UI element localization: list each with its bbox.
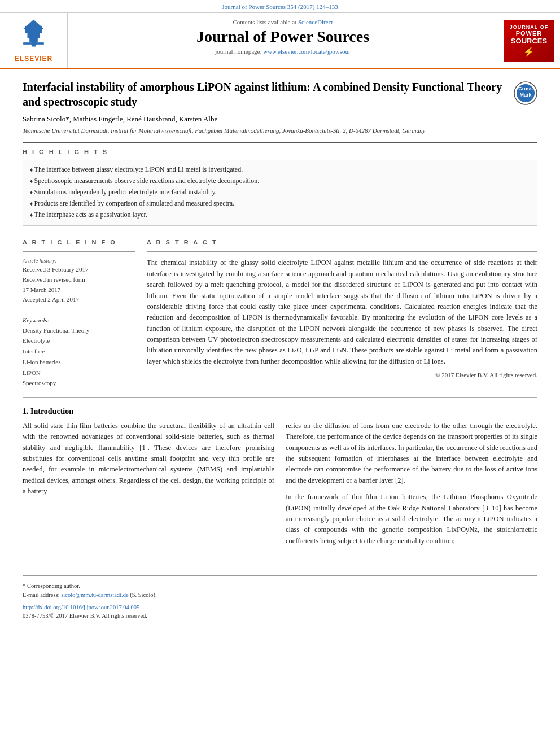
kw-3: Interface [23, 346, 135, 357]
intro-col-left: All solid-state thin-film batteries comb… [23, 421, 274, 552]
kw-2: Electrolyte [23, 335, 135, 346]
elsevier-text: ELSEVIER [15, 55, 53, 63]
footer-corresponding: * Corresponding author. [23, 582, 537, 591]
info-abstract-section: A R T I C L E I N F O Article history: R… [23, 239, 537, 388]
article-dates: Received 3 February 2017 Received in rev… [23, 265, 135, 304]
history-label: Article history: [23, 257, 135, 264]
date-3: 17 March 2017 [23, 285, 135, 295]
keywords-label: Keywords: [23, 317, 135, 324]
elsevier-tree-icon [18, 19, 49, 53]
intro-left-p1: All solid-state thin-film batteries comb… [23, 421, 274, 497]
header-center: Contents lists available at ScienceDirec… [68, 13, 498, 68]
highlights-label: H I G H L I G H T S [23, 148, 537, 155]
doi-link[interactable]: http://dx.doi.org/10.1016/j.jpowsour.201… [23, 604, 139, 610]
page-footer: * Corresponding author. E-mail address: … [0, 561, 560, 626]
email-name: (S. Sicolo). [130, 592, 157, 598]
intro-right-p2: In the framework of thin-film Li-ion bat… [286, 492, 537, 547]
corresponding-label: * Corresponding author. [23, 583, 80, 589]
highlight-item: Spectroscopic measurements observe side … [30, 176, 530, 186]
intro-section: 1. Introduction All solid-state thin-fil… [23, 407, 537, 552]
email-label: E-mail address: [23, 592, 60, 598]
journal-citation: Journal of Power Sources 354 (2017) 124–… [222, 3, 338, 10]
kw-6: Spectroscopy [23, 378, 135, 388]
journal-logo: JOURNAL OF POWER SOURCES ⚡ [498, 13, 560, 68]
crossmark: Cross Mark [514, 81, 537, 105]
kw-1: Density Functional Theory [23, 325, 135, 336]
affiliation: Technische Universität Darmstadt, Instit… [23, 126, 537, 135]
info-divider [23, 251, 135, 252]
section-divider-main [23, 397, 537, 398]
highlight-item: The interface between glassy electrolyte… [30, 165, 530, 174]
highlights-list: The interface between glassy electrolyte… [30, 165, 530, 219]
svg-marker-4 [23, 20, 44, 29]
highlight-item: Simulations independently predict electr… [30, 187, 530, 197]
article-info: A R T I C L E I N F O Article history: R… [23, 239, 135, 388]
intro-right-p1: relies on the diffusion of ions from one… [286, 421, 537, 486]
journal-logo-box: JOURNAL OF POWER SOURCES ⚡ [504, 20, 554, 62]
footer-issn: 0378-7753/© 2017 Elsevier B.V. All right… [23, 611, 537, 621]
intro-text-cols: All solid-state thin-film batteries comb… [23, 421, 537, 552]
homepage-line: journal homepage: www.elsevier.com/locat… [79, 48, 487, 55]
abstract-text: The chemical instability of the glassy s… [147, 257, 537, 367]
main-content: Interfacial instability of amorphous LiP… [0, 69, 560, 558]
highlight-item: The interphase acts as a passivation lay… [30, 210, 530, 220]
abstract-divider [147, 251, 537, 252]
elsevier-logo: ELSEVIER [0, 13, 68, 68]
divider-after-highlights [23, 233, 537, 233]
page: Journal of Power Sources 354 (2017) 124–… [0, 0, 560, 747]
date-1: Received 3 February 2017 [23, 265, 135, 275]
date-4: Accepted 2 April 2017 [23, 295, 135, 305]
kw-4: Li-ion batteries [23, 357, 135, 368]
svg-text:Cross: Cross [518, 86, 533, 91]
keywords-list: Density Functional Theory Electrolyte In… [23, 325, 135, 388]
highlight-item: Products are identified by comparison of… [30, 199, 530, 208]
logo-line1: JOURNAL OF [507, 24, 551, 30]
logo-sources: SOURCES [507, 37, 551, 45]
highlights-box: The interface between glassy electrolyte… [23, 160, 537, 226]
date-2: Received in revised form [23, 275, 135, 285]
email-link[interactable]: sicolo@mm.tu-darmstadt.de [61, 592, 128, 598]
header-area: ELSEVIER Contents lists available at Sci… [0, 13, 560, 69]
journal-top-bar: Journal of Power Sources 354 (2017) 124–… [0, 0, 560, 13]
homepage-link[interactable]: www.elsevier.com/locate/jpowsour [263, 48, 350, 55]
intro-heading: 1. Introduction [23, 407, 537, 416]
authors: Sabrina Sicolo*, Mathias Fingerle, René … [23, 115, 537, 124]
journal-title-header: Journal of Power Sources [79, 28, 487, 46]
info-divider2 [23, 311, 135, 311]
sciencedirect-link[interactable]: ScienceDirect [298, 19, 333, 25]
article-title-container: Interfacial instability of amorphous LiP… [23, 80, 537, 109]
footer-email: E-mail address: sicolo@mm.tu-darmstadt.d… [23, 591, 537, 600]
svg-text:Mark: Mark [519, 92, 532, 98]
sciencedirect-line: Contents lists available at ScienceDirec… [79, 19, 487, 25]
kw-5: LiPON [23, 368, 135, 378]
article-title-text: Interfacial instability of amorphous LiP… [23, 80, 514, 109]
abstract-column: A B S T R A C T The chemical instability… [147, 239, 537, 388]
footer-divider [23, 575, 537, 576]
svg-rect-5 [23, 42, 44, 45]
copyright: © 2017 Elsevier B.V. All rights reserved… [147, 372, 537, 378]
divider-after-affil [23, 142, 537, 143]
logo-icon: ⚡ [507, 46, 551, 57]
intro-col-right: relies on the diffusion of ions from one… [286, 421, 537, 552]
logo-power: POWER [507, 30, 551, 37]
abstract-label: A B S T R A C T [147, 239, 537, 246]
footer-doi: http://dx.doi.org/10.1016/j.jpowsour.201… [23, 603, 537, 612]
article-info-label: A R T I C L E I N F O [23, 239, 135, 246]
